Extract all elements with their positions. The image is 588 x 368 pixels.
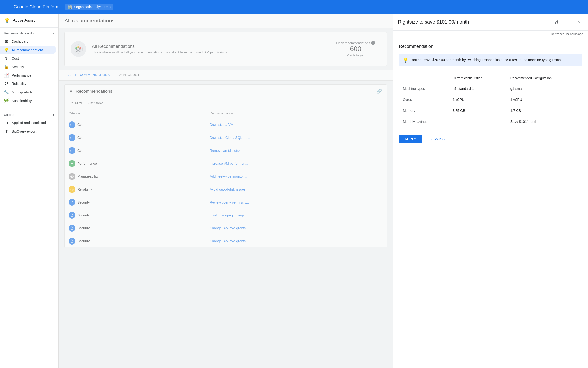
category-cell: Security xyxy=(65,222,206,235)
category-label: Cost xyxy=(77,136,84,140)
side-panel-header: Rightsize to save $101.00/month xyxy=(393,14,588,31)
cost-icon: $ xyxy=(4,56,9,61)
all-rec-title: All Recommendations xyxy=(70,89,112,94)
all-rec-header: All Recommendations 🔗 xyxy=(65,85,387,98)
sidebar-header: 💡 Active Assist xyxy=(0,14,58,28)
table-row: $ Cost Remove an idle disk xyxy=(65,144,387,157)
page-header: All recommendations xyxy=(59,14,393,28)
menu-icon[interactable] xyxy=(4,4,10,10)
sidebar-divider xyxy=(0,109,58,109)
banner-icon xyxy=(71,41,86,57)
reliability-icon: ⏱ xyxy=(4,82,9,86)
config-col-current: Current configuration xyxy=(449,73,507,83)
category-label: Reliability xyxy=(77,187,92,191)
config-row-recommended: 1.7 GB xyxy=(507,105,582,116)
config-row-label: Machine types xyxy=(399,83,449,94)
sidebar-item-all-recommendations[interactable]: 💡 All recommendations xyxy=(0,46,56,54)
sidebar-item-bigquery-export[interactable]: ⬆ BigQuery export xyxy=(0,127,56,135)
sidebar-item-label: Performance xyxy=(12,73,31,77)
side-panel-actions xyxy=(553,18,583,26)
sidebar-item-sustainability[interactable]: 🌿 Sustainability xyxy=(0,96,56,105)
sidebar-item-label: Reliability xyxy=(12,82,26,86)
category-icon xyxy=(69,199,75,206)
category-cell: $ Cost xyxy=(65,144,206,157)
recommendation-hub-header[interactable]: Recommendation Hub ▾ xyxy=(0,30,58,37)
filter-button[interactable]: ≡ Filter xyxy=(69,100,85,107)
manageability-icon: 🔧 xyxy=(4,90,9,94)
category-cell: Security xyxy=(65,196,206,209)
col-category: Category xyxy=(65,109,206,118)
recommendation-link[interactable]: Review overly permissiv... xyxy=(210,200,249,204)
open-rec-count: 600 xyxy=(336,45,375,53)
table-row: Performance Increase VM performan... xyxy=(65,157,387,170)
recommendation-link[interactable]: Increase VM performan... xyxy=(210,162,248,165)
sidebar-item-label: Security xyxy=(12,65,24,69)
apply-button[interactable]: APPLY xyxy=(399,135,422,143)
sidebar-rec-hub-section: Recommendation Hub ▾ ⊞ Dashboard 💡 All r… xyxy=(0,28,58,107)
category-label: Security xyxy=(77,213,90,217)
config-col-recommended: Recommended Configuration xyxy=(507,73,582,83)
sidebar-item-manageability[interactable]: 🔧 Manageability xyxy=(0,88,56,96)
recommendation-link[interactable]: Downsize Cloud SQL ins... xyxy=(210,136,250,140)
sidebar-item-label: All recommendations xyxy=(12,48,44,52)
sidebar-item-applied-dismissed[interactable]: ⏮ Applied and dismissed xyxy=(0,119,56,127)
performance-icon: 📈 xyxy=(4,73,9,78)
category-icon: $ xyxy=(69,147,75,154)
svg-point-16 xyxy=(568,21,568,22)
sidebar-item-performance[interactable]: 📈 Performance xyxy=(0,71,56,80)
category-label: Performance xyxy=(77,162,97,165)
sidebar-item-cost[interactable]: $ Cost xyxy=(0,54,56,62)
sidebar-item-reliability[interactable]: ⏱ Reliability xyxy=(0,80,56,88)
recommendation-link[interactable]: Remove an idle disk xyxy=(210,149,240,153)
close-button[interactable] xyxy=(574,18,583,26)
category-icon xyxy=(69,238,75,245)
table-row: Reliability Avoid out-of-disk issues... xyxy=(65,183,387,196)
applied-dismissed-icon: ⏮ xyxy=(4,121,9,125)
top-navigation: Google Cloud Platform 🏢 Organization Oly… xyxy=(0,0,588,14)
config-row: Monthly savings - Save $101/month xyxy=(399,116,582,127)
sidebar-item-label: Cost xyxy=(12,56,19,60)
category-icon xyxy=(69,212,75,219)
category-cell: Security xyxy=(65,209,206,222)
category-label: Security xyxy=(77,200,90,204)
category-label: Security xyxy=(77,226,90,230)
recommendation-cell: Downsize a VM xyxy=(206,118,387,131)
recommendation-link[interactable]: Avoid out-of-disk issues... xyxy=(210,187,248,191)
recommendation-link[interactable]: Change IAM role grants... xyxy=(210,239,249,243)
recommendation-link[interactable]: Change IAM role grants... xyxy=(210,226,249,230)
side-panel: Rightsize to save $101.00/month xyxy=(393,14,588,368)
category-icon xyxy=(69,160,75,167)
sidebar-item-dashboard[interactable]: ⊞ Dashboard xyxy=(0,37,56,46)
tab-by-product[interactable]: BY PRODUCT xyxy=(114,70,143,80)
link-copy-button[interactable] xyxy=(553,18,562,26)
category-cell: Manageability xyxy=(65,170,206,183)
recommendations-table: Category Recommendation $ Cost Downsize … xyxy=(65,109,387,248)
tab-all-recommendations[interactable]: ALL RECOMMENDATIONS xyxy=(64,70,114,80)
category-cell: $ Cost xyxy=(65,118,206,131)
filter-table-label: Filter table xyxy=(87,101,103,105)
refresh-text: Refreshed: 24 hours ago xyxy=(393,31,588,38)
sidebar-item-security[interactable]: 🔒 Security xyxy=(0,62,56,71)
sidebar-item-label: Sustainability xyxy=(12,99,32,103)
recommendation-cell: Change IAM role grants... xyxy=(206,235,387,248)
svg-point-15 xyxy=(568,20,568,21)
category-label: Security xyxy=(77,239,90,243)
recommendation-link[interactable]: Limit cross-project impe... xyxy=(210,213,248,217)
more-options-button[interactable] xyxy=(564,18,572,26)
recommendation-link[interactable]: Add fleet-wide monitori... xyxy=(210,174,247,178)
category-cell: Performance xyxy=(65,157,206,170)
link-icon[interactable]: 🔗 xyxy=(376,89,382,94)
dismiss-button[interactable]: DISMISS xyxy=(426,135,449,143)
side-panel-title: Rightsize to save $101.00/month xyxy=(398,19,469,25)
page-title: All recommendations xyxy=(64,18,387,24)
table-row: $ Cost Downsize a VM xyxy=(65,118,387,131)
config-row-recommended: g1-small xyxy=(507,83,582,94)
utilities-header[interactable]: Utilities ▾ xyxy=(0,111,58,119)
org-selector[interactable]: 🏢 Organization Olympus ▾ xyxy=(65,4,113,10)
recommendation-link[interactable]: Downsize a VM xyxy=(210,123,233,127)
sidebar-item-label: Applied and dismissed xyxy=(12,121,46,125)
content-area: All recommendations All Recommendations … xyxy=(59,14,393,368)
svg-text:$: $ xyxy=(70,150,72,152)
org-name: Organization Olympus xyxy=(74,5,108,9)
category-cell: Reliability xyxy=(65,183,206,196)
